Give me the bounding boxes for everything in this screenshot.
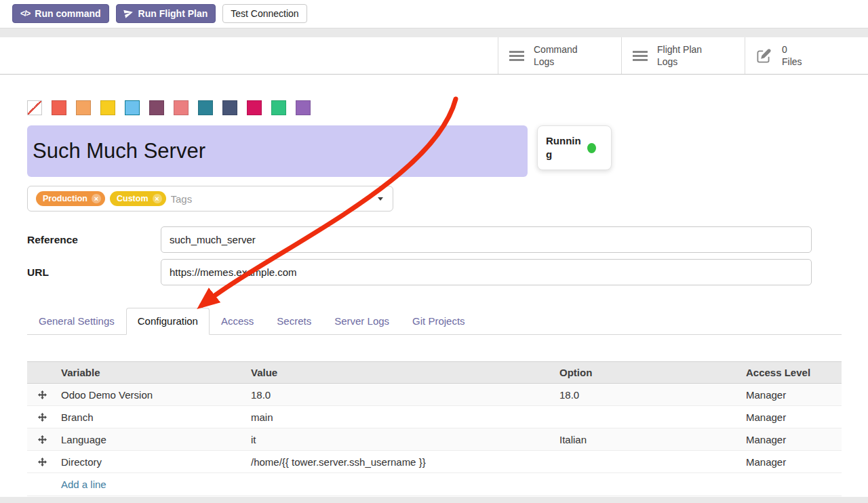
header-variable: Variable [54,367,244,378]
status-dot-icon [587,143,596,153]
cell-variable[interactable]: Odoo Demo Version [54,389,244,401]
status-label: Running [546,134,581,162]
cell-variable[interactable]: Branch [54,411,244,423]
tab-general-settings[interactable]: General Settings [27,308,126,335]
table-header-row: Variable Value Option Access Level [27,361,842,384]
tag-custom[interactable]: Custom × [110,191,166,206]
run-command-label: Run command [35,8,100,19]
test-connection-label: Test Connection [231,8,298,19]
table-row[interactable]: Language it Italian Manager [27,428,842,451]
run-flight-plan-label: Run Flight Plan [138,8,208,19]
color-swatch[interactable] [174,100,189,115]
add-line-link[interactable]: Add a line [61,479,106,490]
color-swatch[interactable] [222,100,237,115]
drag-handle-icon[interactable] [27,390,54,399]
title-row: Running [27,125,842,177]
cell-access[interactable]: Manager [739,411,842,423]
cell-value[interactable]: main [244,411,553,423]
paper-plane-icon [123,8,134,20]
stat-label-line2: Logs [657,56,702,68]
color-swatch[interactable] [100,100,115,115]
configuration-table: Variable Value Option Access Level Odoo … [27,361,842,496]
list-icon [633,51,648,61]
app-window: </> Run command Run Flight Plan Test Con… [0,0,868,503]
close-icon[interactable]: × [153,194,162,203]
color-swatch[interactable] [76,100,91,115]
color-swatch[interactable] [52,100,66,115]
tag-label: Custom [117,194,149,203]
table-body: Odoo Demo Version 18.0 18.0 Manager Bran… [27,384,842,473]
drag-handle-icon[interactable] [27,435,54,444]
stat-label-line2: Files [782,56,802,68]
drag-handle-icon[interactable] [27,458,54,466]
header-bar: Command Logs Flight Plan Logs 0 Files [0,37,868,75]
tab-access[interactable]: Access [210,308,265,335]
tag-production[interactable]: Production × [36,191,105,206]
run-flight-plan-button[interactable]: Run Flight Plan [116,4,216,23]
cell-access[interactable]: Manager [739,456,842,468]
edit-icon [756,47,772,64]
color-swatch[interactable] [149,100,164,115]
cell-access[interactable]: Manager [739,389,842,401]
header-option: Option [553,367,739,378]
tags-field[interactable]: Production × Custom × [27,186,393,212]
stat-button-files[interactable]: 0 Files [745,37,868,74]
list-icon [509,51,524,61]
url-input[interactable] [161,259,812,285]
cell-value[interactable]: 18.0 [244,389,553,401]
stat-label-line2: Logs [534,56,578,68]
color-swatch[interactable] [296,100,311,115]
stat-label-line1: 0 [782,43,802,56]
bottom-divider-strip [0,497,868,503]
cell-variable[interactable]: Language [54,434,244,445]
header-value: Value [244,367,553,378]
stat-button-flight-plan-logs[interactable]: Flight Plan Logs [621,37,745,74]
tag-label: Production [43,194,87,203]
code-icon: </> [20,9,30,18]
tab-configuration[interactable]: Configuration [126,308,210,335]
stat-label-line1: Flight Plan [657,43,702,56]
add-line-row: Add a line [27,473,842,496]
tab-secrets[interactable]: Secrets [265,308,323,335]
reference-input[interactable] [161,226,812,253]
chevron-down-icon[interactable] [378,197,383,201]
tab-git-projects[interactable]: Git Projects [401,308,477,335]
top-divider-strip [0,28,868,37]
url-row: URL [27,259,812,285]
cell-option[interactable]: 18.0 [553,389,739,401]
color-swatch-selected[interactable] [125,100,140,115]
color-swatch[interactable] [271,100,286,115]
cell-value[interactable]: /home/{{ tower.server.ssh_username }} [244,456,553,468]
color-swatch[interactable] [198,100,213,115]
stat-label-line1: Command [534,43,578,56]
table-row[interactable]: Odoo Demo Version 18.0 18.0 Manager [27,384,842,406]
reference-row: Reference [27,226,812,253]
color-palette [27,100,842,115]
notebook-tabs: General Settings Configuration Access Se… [27,308,842,335]
stat-button-command-logs[interactable]: Command Logs [498,37,621,74]
color-swatch[interactable] [247,100,262,115]
run-command-button[interactable]: </> Run command [12,4,109,23]
reference-label: Reference [27,234,161,246]
close-icon[interactable]: × [92,194,101,203]
header-access-level: Access Level [739,367,842,378]
form-sheet: Running Production × Custom × Reference … [0,100,868,496]
color-swatch-none[interactable] [27,100,42,115]
drag-handle-icon[interactable] [27,413,54,422]
cell-option[interactable]: Italian [553,434,739,445]
table-row[interactable]: Directory /home/{{ tower.server.ssh_user… [27,451,842,473]
tags-input[interactable] [171,193,385,205]
server-name-input[interactable] [27,125,528,177]
cell-variable[interactable]: Directory [54,456,244,468]
action-toolbar: </> Run command Run Flight Plan Test Con… [0,0,868,28]
url-label: URL [27,266,161,279]
cell-value[interactable]: it [244,434,553,445]
cell-access[interactable]: Manager [739,434,842,445]
test-connection-button[interactable]: Test Connection [222,4,307,23]
status-card[interactable]: Running [537,125,612,170]
tab-server-logs[interactable]: Server Logs [323,308,401,335]
table-row[interactable]: Branch main Manager [27,406,842,428]
